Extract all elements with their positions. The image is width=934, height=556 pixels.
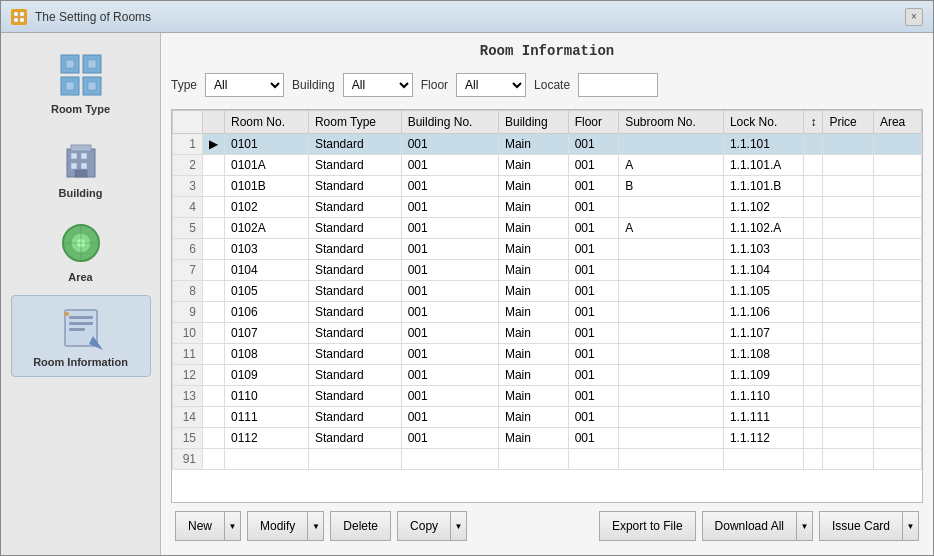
price-cell — [823, 155, 873, 176]
table-row[interactable]: 91 — [173, 449, 922, 470]
download-button-group: Download All ▼ — [702, 511, 813, 541]
table-row[interactable]: 140111Standard001Main0011.1.111 — [173, 407, 922, 428]
modify-dropdown-arrow[interactable]: ▼ — [308, 511, 324, 541]
sort-col-cell — [804, 407, 823, 428]
sidebar-item-building[interactable]: Building — [11, 127, 151, 207]
row-number: 15 — [173, 428, 203, 449]
room-type-cell — [308, 449, 401, 470]
room-no-cell: 0101 — [225, 134, 309, 155]
building-no-cell: 001 — [401, 428, 498, 449]
price-cell — [823, 365, 873, 386]
new-dropdown-arrow[interactable]: ▼ — [225, 511, 241, 541]
lock-no-cell: 1.1.101.B — [723, 176, 804, 197]
type-filter-select[interactable]: All Standard Suite Deluxe — [205, 73, 284, 97]
table-row[interactable]: 130110Standard001Main0011.1.110 — [173, 386, 922, 407]
download-button[interactable]: Download All — [702, 511, 797, 541]
row-arrow — [203, 323, 225, 344]
subroom-cell — [619, 428, 724, 449]
table-wrapper[interactable]: Room No. Room Type Building No. Building… — [172, 110, 922, 502]
table-row[interactable]: 60103Standard001Main0011.1.103 — [173, 239, 922, 260]
table-row[interactable]: 30101BStandard001Main001B1.1.101.B — [173, 176, 922, 197]
row-number: 13 — [173, 386, 203, 407]
building-cell: Main — [498, 281, 568, 302]
col-header-floor[interactable]: Floor — [568, 111, 618, 134]
table-row[interactable]: 70104Standard001Main0011.1.104 — [173, 260, 922, 281]
area-cell — [873, 281, 921, 302]
table-row[interactable]: 100107Standard001Main0011.1.107 — [173, 323, 922, 344]
row-number: 12 — [173, 365, 203, 386]
svg-point-28 — [65, 312, 69, 316]
room-type-cell: Standard — [308, 155, 401, 176]
modify-button[interactable]: Modify — [247, 511, 308, 541]
table-row[interactable]: 110108Standard001Main0011.1.108 — [173, 344, 922, 365]
room-type-cell: Standard — [308, 323, 401, 344]
issue-card-button[interactable]: Issue Card — [819, 511, 903, 541]
download-dropdown-arrow[interactable]: ▼ — [797, 511, 813, 541]
building-cell: Main — [498, 239, 568, 260]
room-type-cell: Standard — [308, 386, 401, 407]
col-header-building[interactable]: Building — [498, 111, 568, 134]
table-row[interactable]: 1▶0101Standard001Main0011.1.101 — [173, 134, 922, 155]
building-no-cell: 001 — [401, 134, 498, 155]
sidebar-item-room-type[interactable]: Room Type — [11, 43, 151, 123]
svg-rect-18 — [75, 170, 87, 177]
row-arrow — [203, 155, 225, 176]
lock-no-cell: 1.1.108 — [723, 344, 804, 365]
building-cell: Main — [498, 407, 568, 428]
table-row[interactable]: 150112Standard001Main0011.1.112 — [173, 428, 922, 449]
building-no-cell: 001 — [401, 218, 498, 239]
room-type-cell: Standard — [308, 407, 401, 428]
issue-card-dropdown-arrow[interactable]: ▼ — [903, 511, 919, 541]
locate-filter-label: Locate — [534, 78, 570, 92]
col-header-subroom-no[interactable]: Subroom No. — [619, 111, 724, 134]
room-type-cell: Standard — [308, 428, 401, 449]
area-icon — [57, 219, 105, 267]
floor-cell: 001 — [568, 386, 618, 407]
table-row[interactable]: 40102Standard001Main0011.1.102 — [173, 197, 922, 218]
area-cell — [873, 449, 921, 470]
export-button[interactable]: Export to File — [599, 511, 696, 541]
building-no-cell: 001 — [401, 176, 498, 197]
price-cell — [823, 449, 873, 470]
building-no-cell — [401, 449, 498, 470]
lock-no-cell: 1.1.107 — [723, 323, 804, 344]
area-cell — [873, 134, 921, 155]
building-filter-select[interactable]: All Main North South — [343, 73, 413, 97]
delete-button[interactable]: Delete — [330, 511, 391, 541]
table-row[interactable]: 120109Standard001Main0011.1.109 — [173, 365, 922, 386]
row-number: 6 — [173, 239, 203, 260]
floor-cell: 001 — [568, 134, 618, 155]
table-row[interactable]: 20101AStandard001Main001A1.1.101.A — [173, 155, 922, 176]
building-cell: Main — [498, 218, 568, 239]
table-row[interactable]: 90106Standard001Main0011.1.106 — [173, 302, 922, 323]
table-row[interactable]: 50102AStandard001Main001A1.1.102.A — [173, 218, 922, 239]
room-no-cell: 0107 — [225, 323, 309, 344]
subroom-cell — [619, 197, 724, 218]
col-header-building-no[interactable]: Building No. — [401, 111, 498, 134]
row-number: 9 — [173, 302, 203, 323]
copy-button[interactable]: Copy — [397, 511, 451, 541]
table-row[interactable]: 80105Standard001Main0011.1.105 — [173, 281, 922, 302]
new-button[interactable]: New — [175, 511, 225, 541]
room-type-icon — [57, 51, 105, 99]
svg-rect-2 — [14, 18, 18, 22]
copy-dropdown-arrow[interactable]: ▼ — [451, 511, 467, 541]
row-arrow — [203, 218, 225, 239]
row-number: 8 — [173, 281, 203, 302]
col-header-room-type[interactable]: Room Type — [308, 111, 401, 134]
building-no-cell: 001 — [401, 281, 498, 302]
col-header-area[interactable]: Area — [873, 111, 921, 134]
col-header-price[interactable]: Price — [823, 111, 873, 134]
building-no-cell: 001 — [401, 365, 498, 386]
close-button[interactable]: × — [905, 8, 923, 26]
sidebar-item-area[interactable]: Area — [11, 211, 151, 291]
col-header-room-no[interactable]: Room No. — [225, 111, 309, 134]
locate-filter-input[interactable] — [578, 73, 658, 97]
col-header-lock-no[interactable]: Lock No. — [723, 111, 804, 134]
floor-cell: 001 — [568, 239, 618, 260]
row-number: 5 — [173, 218, 203, 239]
floor-filter-select[interactable]: All 001 002 003 — [456, 73, 526, 97]
svg-rect-10 — [66, 82, 74, 90]
lock-no-cell: 1.1.101 — [723, 134, 804, 155]
sidebar-item-room-information[interactable]: Room Information — [11, 295, 151, 377]
